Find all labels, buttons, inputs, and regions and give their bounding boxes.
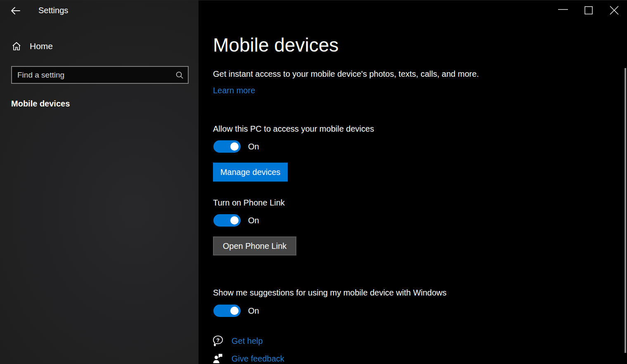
toggle-knob — [230, 216, 239, 225]
arrow-left-icon — [11, 7, 21, 15]
chat-bubble-question-icon: ? — [211, 334, 225, 347]
phone-link-toggle[interactable] — [213, 214, 241, 227]
minimize-icon — [558, 5, 568, 16]
window-controls — [550, 0, 627, 21]
allow-access-toggle-state: On — [248, 142, 259, 151]
learn-more-link[interactable]: Learn more — [213, 86, 255, 95]
turn-on-phone-link-label: Turn on Phone Link — [213, 198, 285, 208]
suggestions-toggle-state: On — [248, 306, 259, 316]
close-icon — [610, 6, 619, 15]
open-phone-link-button[interactable]: Open Phone Link — [213, 236, 296, 255]
show-suggestions-label: Show me suggestions for using my mobile … — [213, 288, 447, 298]
sidebar-item-home-label: Home — [30, 41, 53, 51]
manage-devices-button[interactable]: Manage devices — [213, 163, 288, 182]
person-speech-bubble-icon — [211, 352, 225, 364]
maximize-button[interactable] — [576, 0, 601, 21]
sidebar-item-home[interactable]: Home — [0, 38, 199, 54]
search-icon[interactable] — [171, 67, 188, 83]
toggle-knob — [230, 307, 239, 315]
give-feedback-label: Give feedback — [232, 354, 284, 364]
allow-access-label: Allow this PC to access your mobile devi… — [213, 124, 374, 134]
app-title: Settings — [38, 6, 68, 15]
get-help-link[interactable]: ? Get help — [211, 334, 263, 347]
back-button[interactable] — [6, 2, 26, 19]
maximize-icon — [584, 6, 593, 14]
page-title: Mobile devices — [213, 34, 338, 56]
toggle-knob — [230, 142, 239, 151]
search-input[interactable] — [12, 67, 171, 83]
page-description: Get instant access to your mobile device… — [213, 69, 479, 79]
allow-access-toggle[interactable] — [213, 140, 241, 153]
settings-sidebar: Settings Home Mobile devices — [0, 0, 199, 364]
give-feedback-link[interactable]: Give feedback — [211, 352, 284, 364]
svg-text:?: ? — [216, 337, 220, 343]
minimize-button[interactable] — [550, 0, 576, 21]
search-box — [11, 66, 189, 84]
get-help-label: Get help — [232, 336, 263, 346]
vertical-scrollbar[interactable] — [625, 68, 626, 353]
sidebar-item-mobile-devices[interactable]: Mobile devices — [11, 99, 70, 109]
window-top-edge — [0, 0, 627, 0]
close-button[interactable] — [601, 0, 627, 21]
phone-link-toggle-state: On — [248, 216, 259, 225]
suggestions-toggle[interactable] — [213, 305, 241, 317]
main-content: Mobile devices Get instant access to you… — [199, 0, 627, 364]
home-icon — [12, 41, 21, 51]
